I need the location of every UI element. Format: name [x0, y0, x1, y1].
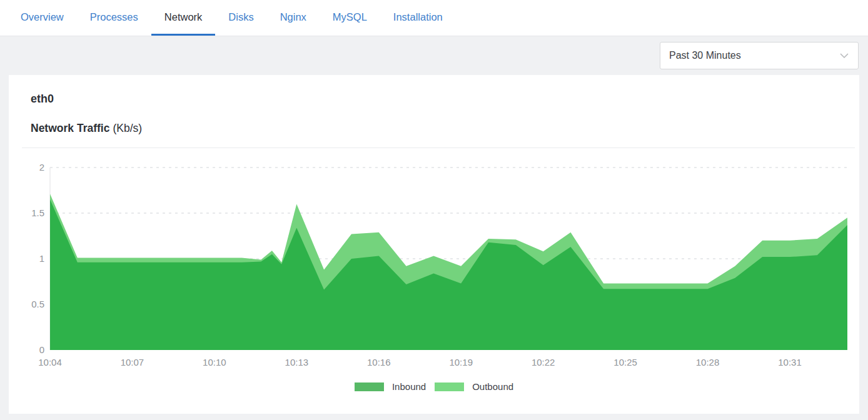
chart-title-text: Network Traffic	[31, 122, 109, 134]
chevron-down-icon	[838, 49, 850, 62]
time-range-value: Past 30 Minutes	[669, 50, 741, 61]
interface-title: eth0	[31, 92, 54, 106]
svg-text:10:28: 10:28	[696, 357, 720, 368]
svg-text:10:31: 10:31	[778, 357, 802, 368]
tab-disks[interactable]: Disks	[215, 0, 266, 36]
tab-installation[interactable]: Installation	[380, 0, 456, 36]
svg-text:10:04: 10:04	[38, 357, 62, 368]
svg-text:10:25: 10:25	[613, 357, 637, 368]
svg-text:10:16: 10:16	[367, 357, 391, 368]
filter-bar: Past 30 Minutes	[0, 36, 868, 75]
inbound-swatch	[355, 382, 384, 391]
svg-text:10:22: 10:22	[532, 357, 555, 368]
svg-text:2: 2	[39, 162, 44, 172]
outbound-label: Outbound	[472, 381, 513, 392]
svg-text:1.5: 1.5	[31, 208, 44, 218]
time-range-select[interactable]: Past 30 Minutes	[660, 42, 859, 69]
chart-legend: Inbound Outbound	[9, 381, 859, 392]
svg-text:10:19: 10:19	[449, 357, 473, 368]
svg-text:10:13: 10:13	[285, 357, 309, 368]
tab-overview[interactable]: Overview	[8, 0, 77, 36]
legend-item-inbound[interactable]: Inbound	[355, 381, 426, 392]
chart-title-unit: (Kb/s)	[113, 122, 142, 134]
tab-mysql[interactable]: MySQL	[320, 0, 380, 36]
outbound-swatch	[435, 382, 464, 391]
tab-processes[interactable]: Processes	[77, 0, 151, 36]
inbound-label: Inbound	[392, 381, 426, 392]
network-panel: eth0 Network Traffic(Kb/s) 00.511.5210:0…	[9, 75, 859, 414]
tab-nginx[interactable]: Nginx	[267, 0, 320, 36]
svg-text:0.5: 0.5	[31, 299, 44, 309]
title-divider	[22, 148, 855, 148]
legend-item-outbound[interactable]: Outbound	[435, 381, 513, 392]
svg-text:10:07: 10:07	[121, 357, 144, 368]
tab-network[interactable]: Network	[151, 0, 216, 36]
traffic-chart: 00.511.5210:0410:0710:1010:1310:1610:191…	[9, 150, 859, 380]
svg-text:1: 1	[39, 253, 44, 264]
svg-text:0: 0	[39, 344, 44, 355]
tab-bar: Overview Processes Network Disks Nginx M…	[0, 0, 868, 36]
chart-title: Network Traffic(Kb/s)	[31, 122, 142, 135]
svg-text:10:10: 10:10	[203, 357, 226, 368]
